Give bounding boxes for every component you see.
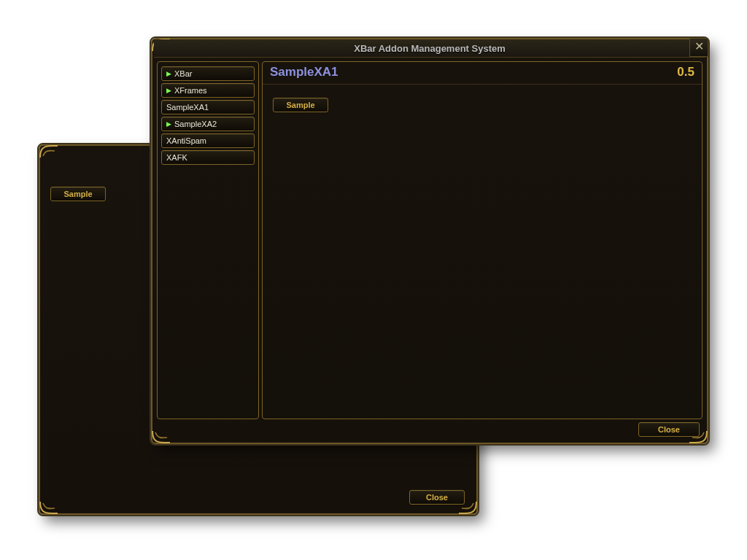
ornament-corner-icon bbox=[151, 429, 170, 444]
close-button[interactable]: Close bbox=[638, 422, 700, 437]
content-header: SampleXA1 0.5 bbox=[263, 62, 702, 85]
sidebar-item-xframes[interactable]: ▶ XFrames bbox=[161, 83, 255, 98]
close-button[interactable]: Close bbox=[409, 490, 465, 505]
sidebar-item-label: SampleXA2 bbox=[174, 120, 217, 128]
sample-button[interactable]: Sample bbox=[50, 187, 106, 201]
close-icon: ✕ bbox=[694, 41, 704, 52]
sidebar-item-xbar[interactable]: ▶ XBar bbox=[161, 66, 255, 81]
sidebar-item-label: SampleXA1 bbox=[166, 103, 209, 112]
window-close-button[interactable]: ✕ bbox=[689, 38, 708, 57]
sidebar-item-label: XAFK bbox=[166, 153, 187, 162]
ornament-corner-icon bbox=[39, 144, 58, 159]
sidebar-item-label: XAntiSpam bbox=[166, 136, 206, 145]
title-bar: XBar Addon Management System bbox=[154, 39, 705, 58]
sidebar-item-samplexa2[interactable]: ▶ SampleXA2 bbox=[161, 117, 255, 131]
active-indicator-icon: ▶ bbox=[166, 71, 171, 77]
sidebar-item-xantispam[interactable]: XAntiSpam bbox=[161, 133, 255, 148]
addon-sidebar: ▶ XBar ▶ XFrames SampleXA1 ▶ SampleXA2 X… bbox=[157, 61, 259, 419]
ornament-corner-icon bbox=[39, 500, 58, 515]
xbar-addon-window: XBar Addon Management System ✕ ▶ XBar ▶ … bbox=[151, 38, 708, 444]
canvas: { "window_back": { "buttons": { "sample"… bbox=[0, 0, 747, 560]
sidebar-item-label: XFrames bbox=[174, 86, 207, 95]
addon-content-panel: SampleXA1 0.5 Sample bbox=[262, 61, 703, 419]
sidebar-item-label: XBar bbox=[174, 69, 192, 78]
sample-button[interactable]: Sample bbox=[273, 98, 328, 112]
sidebar-item-samplexa1[interactable]: SampleXA1 bbox=[161, 100, 255, 114]
sidebar-item-xafk[interactable]: XAFK bbox=[161, 150, 255, 165]
content-title: SampleXA1 bbox=[270, 65, 338, 79]
window-title: XBar Addon Management System bbox=[354, 43, 506, 54]
content-version: 0.5 bbox=[677, 65, 694, 79]
active-indicator-icon: ▶ bbox=[166, 121, 171, 128]
active-indicator-icon: ▶ bbox=[166, 88, 171, 94]
